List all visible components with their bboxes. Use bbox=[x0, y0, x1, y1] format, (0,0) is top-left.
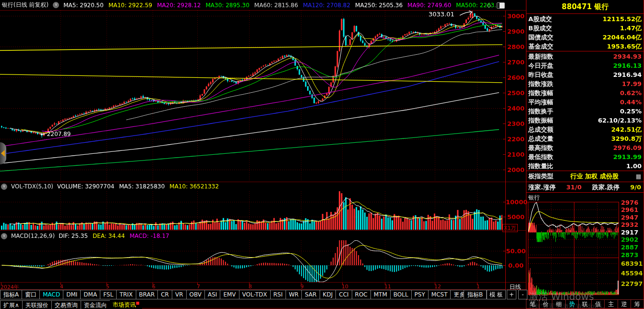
indicator-tab-窗口[interactable]: 窗口 bbox=[22, 290, 40, 299]
mini-tick-label: 2917 bbox=[621, 229, 638, 236]
panel-value: MA5: 31825830 bbox=[119, 183, 165, 190]
quote-row: 指数换手0.25% bbox=[526, 107, 644, 116]
indicator-tab-mcst[interactable]: MCST bbox=[428, 290, 451, 299]
collapse-chevron-icon[interactable]: ∨ bbox=[53, 2, 59, 8]
indicator-tab-vol-tdx[interactable]: VOL-TDX bbox=[239, 290, 271, 299]
date-tick-label: 4 bbox=[60, 284, 63, 290]
mini-tab-筹[interactable]: 筹 bbox=[631, 299, 644, 309]
indicator-tab-asi[interactable]: ASI bbox=[204, 290, 220, 299]
quote-label: 指数涨幅 bbox=[528, 89, 553, 98]
indicator-tab-dma[interactable]: DMA bbox=[80, 290, 100, 299]
bottom-tab[interactable]: 扩展∧ bbox=[0, 300, 23, 309]
tdx-trading-app: 银行(日线 前复权) ∨ MA5: 2920.50MA10: 2922.59MA… bbox=[0, 0, 644, 309]
news-alert-icon: ■ bbox=[136, 301, 140, 305]
indicator-tab-fsl[interactable]: FSL bbox=[100, 290, 117, 299]
macd-collapse-icon[interactable]: ∨ bbox=[1, 233, 7, 239]
index-rows: 最新指数2934.93今日开盘2916.13昨日收盘2916.94指数涨跌17.… bbox=[526, 52, 644, 171]
vol-collapse-icon[interactable]: ∨ bbox=[1, 184, 7, 190]
vol-tick-label: 10000 bbox=[506, 198, 526, 206]
indicator-tab-emv[interactable]: EMV bbox=[220, 290, 239, 299]
panel-value: MACD: -18.17 bbox=[130, 233, 169, 239]
quote-value: 0.25% bbox=[620, 108, 642, 115]
date-tick-label: 7 bbox=[197, 284, 200, 290]
price-tick-label: 2800 bbox=[506, 43, 526, 50]
quote-value: 1.47亿 bbox=[620, 24, 642, 33]
quote-value: 0.62% bbox=[620, 89, 642, 97]
quote-row: 指数涨跌17.99 bbox=[526, 79, 644, 88]
quote-row: 总成交额242.51亿 bbox=[526, 125, 644, 134]
price-tick-label: 2000 bbox=[506, 166, 526, 173]
date-tick-label: 10 bbox=[342, 284, 348, 290]
indicator-tab-cr[interactable]: CR bbox=[157, 290, 172, 299]
indicator-tab-rsi[interactable]: RSI bbox=[270, 290, 286, 299]
ma-value: MA60: 2815.86 bbox=[254, 2, 298, 9]
panel-value: VOLUME: 32907704 bbox=[57, 183, 114, 190]
indicator-tab-kdj[interactable]: KDJ bbox=[320, 290, 336, 299]
macd-tick-label: 50.00 bbox=[506, 247, 526, 255]
indicator-tab-macd[interactable]: MACD bbox=[39, 290, 63, 299]
indicator-tab-mtm[interactable]: MTM bbox=[370, 290, 391, 299]
bottom-tab-bar: 扩展∧关联报价交易查询资金流向市场资讯■ bbox=[0, 300, 142, 309]
board-type-value: 行业 加权 成份股 bbox=[571, 172, 619, 181]
macd-tick-label: 0.00 bbox=[506, 262, 526, 269]
turnover-rows: A股成交12115.52亿B股成交1.47亿国债成交22046.04亿基金成交1… bbox=[526, 14, 644, 51]
quote-value: 12115.52亿 bbox=[603, 15, 642, 24]
mini-tick-label: 2902 bbox=[621, 236, 638, 243]
quote-label: B股成交 bbox=[528, 24, 552, 33]
quote-value: 242.51亿 bbox=[611, 125, 642, 134]
panel-value: MA10: 36521332 bbox=[169, 183, 219, 190]
indicator-tab-wr[interactable]: WR bbox=[286, 290, 302, 299]
quote-value: 1953.65亿 bbox=[607, 42, 642, 51]
quote-row: 指数涨幅0.62% bbox=[526, 88, 644, 98]
bottom-tab[interactable]: 交易查询 bbox=[51, 300, 81, 309]
decliners-value: 9/0 bbox=[630, 184, 641, 191]
quote-value: 2913.99 bbox=[613, 153, 642, 161]
indicator-tab-brar[interactable]: BRAR bbox=[136, 290, 158, 299]
board-type-row[interactable]: 板指类型 行业 加权 成份股 ▦ bbox=[526, 172, 644, 181]
bottom-tab[interactable]: 市场资讯■ bbox=[110, 300, 143, 309]
indicator-tab-指标a[interactable]: 指标A bbox=[0, 290, 22, 299]
price-tick-label: 2700 bbox=[506, 59, 526, 66]
advancers-label: 涨家.涨停 bbox=[528, 183, 556, 192]
indicator-tab-vr[interactable]: VR bbox=[172, 290, 187, 299]
quote-label: 指数量比 bbox=[528, 162, 553, 171]
quote-value: 2916.94 bbox=[613, 71, 642, 78]
indicator-extra-+[interactable]: + bbox=[507, 290, 516, 299]
indicator-tab-sar[interactable]: SAR bbox=[301, 290, 320, 299]
mini-tick-label: 2932 bbox=[621, 221, 638, 228]
grid-icon[interactable]: ▦ bbox=[636, 173, 641, 180]
quote-row: 基金成交1953.65亿 bbox=[526, 42, 644, 51]
indicator-tab-obv[interactable]: OBV bbox=[186, 290, 205, 299]
bottom-tab[interactable]: 关联报价 bbox=[22, 300, 52, 309]
panel-value: DIF: 25.35 bbox=[59, 233, 88, 239]
ma-values: MA5: 2920.50MA10: 2922.59MA20: 2928.12MA… bbox=[63, 2, 503, 9]
indicator-tab-boll[interactable]: BOLL bbox=[390, 290, 412, 299]
stock-code-title[interactable]: 880471 银行 bbox=[526, 0, 644, 13]
indicator-tab-trix[interactable]: TRIX bbox=[116, 290, 136, 299]
panel-layout-icon[interactable] bbox=[497, 2, 505, 9]
quote-value: 2934.93 bbox=[613, 53, 642, 60]
indicator-extra--[interactable]: - bbox=[518, 290, 527, 299]
panel-value: DEA: 34.44 bbox=[93, 233, 125, 239]
price-tick-label: 3000 bbox=[506, 12, 526, 20]
mini-tick-label: 2887 bbox=[621, 244, 638, 251]
mini-tick-label: 2976 bbox=[621, 199, 638, 206]
indicator-tab-dmi[interactable]: DMI bbox=[63, 290, 81, 299]
indicator-tab-cci[interactable]: CCI bbox=[335, 290, 352, 299]
chart-header: 银行(日线 前复权) ∨ MA5: 2920.50MA10: 2922.59MA… bbox=[0, 0, 528, 10]
mini-tab-逆[interactable]: 逆 bbox=[618, 299, 631, 309]
diamond-icon[interactable]: ◇ bbox=[487, 1, 491, 9]
quote-row: 指数振幅62.10/2.13% bbox=[526, 116, 644, 125]
vol-values: VOLUME: 32907704MA5: 31825830MA10: 36521… bbox=[57, 183, 219, 190]
sidebar-expand-handle[interactable] bbox=[0, 142, 6, 164]
indicator-tab-psy[interactable]: PSY bbox=[411, 290, 429, 299]
indicator-extra-指标B[interactable]: 指标B bbox=[464, 290, 487, 299]
date-tick-label: 12 bbox=[434, 284, 441, 290]
mini-tick-label: 45594 bbox=[621, 270, 643, 277]
bottom-tab[interactable]: 资金流向 bbox=[81, 300, 110, 309]
date-tick-label: 6 bbox=[152, 284, 155, 290]
indicator-extra-模 板[interactable]: 模 板 bbox=[487, 290, 506, 299]
indicator-tab-roc[interactable]: ROC bbox=[352, 290, 371, 299]
indicator-tab-bar: 指标A窗口MACDDMIDMAFSLTRIXBRARCRVROBVASIEMVV… bbox=[0, 290, 486, 299]
quote-label: 最高指数 bbox=[528, 144, 553, 152]
